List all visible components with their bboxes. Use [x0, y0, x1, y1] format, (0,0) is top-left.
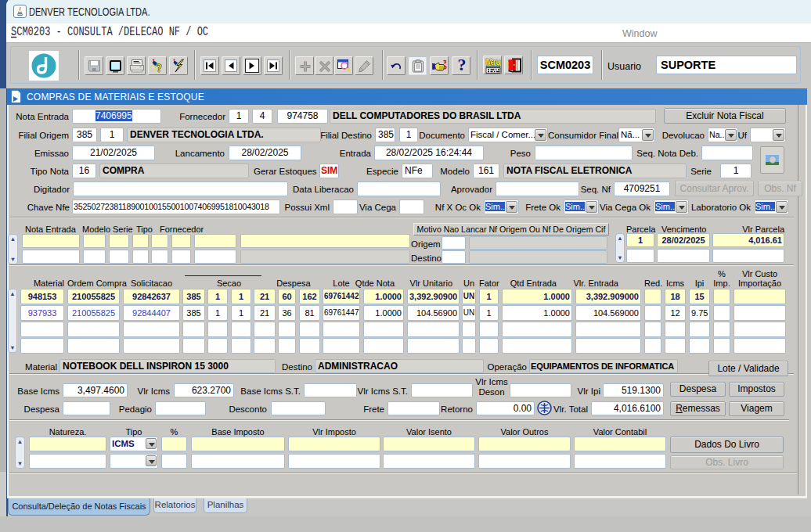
svg-text:Menu: Menu: [486, 58, 501, 66]
svg-text:?: ?: [157, 63, 162, 74]
